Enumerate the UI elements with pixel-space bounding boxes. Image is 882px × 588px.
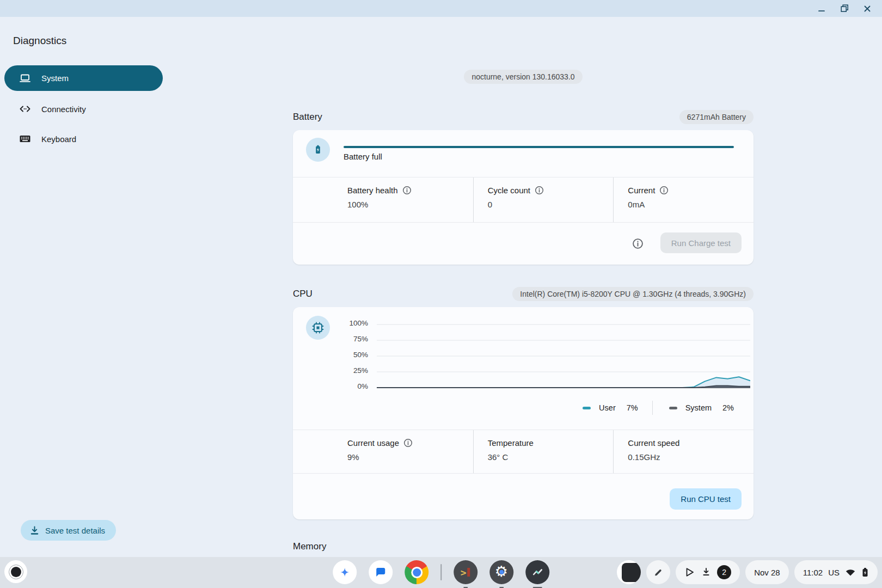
battery-card: Battery full Battery health 100% Cycle c… — [293, 130, 754, 265]
terminal-icon[interactable]: > — [454, 560, 477, 584]
shelf-apps: > ⚙ — [333, 560, 549, 584]
sidebar-item-label: System — [41, 74, 69, 83]
battery-charge-progressbar — [344, 146, 734, 148]
system-legend-value: 2% — [722, 403, 734, 412]
save-test-details-button[interactable]: Save test details — [21, 520, 116, 541]
settings-gear-icon[interactable]: ⚙ — [489, 560, 513, 584]
stat-label: Temperature — [488, 438, 534, 448]
cpu-section-header: CPU Intel(R) Core(TM) i5-8200Y CPU @ 1.3… — [293, 287, 754, 301]
battery-charging-icon — [306, 138, 330, 162]
ytick-0: 0% — [340, 382, 368, 390]
save-button-label: Save test details — [45, 526, 105, 535]
minimize-button[interactable] — [814, 2, 829, 16]
cpu-section-title: CPU — [293, 289, 313, 299]
cpu-model-badge: Intel(R) Core(TM) i5-8200Y CPU @ 1.30GHz… — [512, 287, 754, 301]
download-tray-icon — [701, 567, 712, 578]
battery-health-stat: Battery health 100% — [347, 177, 473, 222]
battery-stats-row: Battery health 100% Cycle count 0 Curren… — [347, 177, 754, 222]
network-icon — [19, 102, 32, 115]
date-label: Nov 28 — [754, 568, 780, 577]
user-legend-value: 7% — [627, 403, 638, 412]
keyboard-icon — [19, 132, 32, 145]
stat-label: Current speed — [628, 438, 679, 448]
board-version-badge: nocturne, version 130.16033.0 — [464, 70, 582, 84]
stat-value: 0 — [488, 200, 614, 209]
stat-label: Current — [628, 186, 655, 195]
stat-value: 36° C — [488, 452, 614, 462]
notification-count-badge: 2 — [717, 565, 731, 579]
info-icon[interactable] — [632, 238, 644, 249]
stat-label: Current usage — [347, 438, 399, 448]
ytick-75: 75% — [340, 335, 368, 343]
cycle-count-stat: Cycle count 0 — [473, 177, 614, 222]
user-legend-swatch — [583, 407, 591, 409]
date-pill[interactable]: Nov 28 — [745, 560, 789, 584]
sidebar-item-system[interactable]: System — [4, 65, 163, 91]
main-content: nocturne, version 130.16033.0 Battery 62… — [293, 17, 754, 557]
stat-value: 9% — [347, 452, 473, 462]
download-icon — [29, 525, 40, 536]
shelf: > ⚙ 2 Nov 28 — [0, 557, 882, 588]
stylus-icon[interactable] — [646, 560, 670, 584]
stat-value: 100% — [347, 200, 473, 209]
battery-charging-tray-icon — [861, 567, 869, 578]
chrome-icon[interactable] — [405, 560, 428, 584]
gemini-icon[interactable] — [333, 560, 357, 584]
stat-label: Battery health — [347, 186, 398, 195]
run-charge-test-button[interactable]: Run Charge test — [660, 232, 742, 253]
memory-section-header: Memory — [293, 541, 754, 552]
info-icon[interactable] — [402, 186, 412, 195]
system-legend-swatch — [669, 407, 677, 409]
restore-button[interactable] — [837, 2, 852, 16]
cpu-card: 100% 75% 50% 25% 0% User 7% System 2% — [293, 307, 754, 519]
page-title: Diagnostics — [13, 35, 66, 47]
sidebar-item-connectivity[interactable]: Connectivity — [4, 97, 163, 121]
ytick-25: 25% — [340, 366, 368, 375]
cpu-usage-chart — [377, 324, 750, 389]
stat-value: 0mA — [628, 200, 754, 209]
shelf-separator — [440, 564, 442, 580]
info-icon[interactable] — [403, 438, 413, 448]
launcher-icon[interactable] — [4, 560, 27, 583]
diagnostics-chart-icon[interactable] — [525, 560, 549, 584]
ytick-50: 50% — [340, 351, 368, 359]
memory-section-title: Memory — [293, 541, 326, 552]
run-cpu-test-button[interactable]: Run CPU test — [670, 488, 742, 510]
app-body: Diagnostics System Connectivity Keyboard — [0, 17, 882, 557]
downloads-tray-pill[interactable]: 2 — [676, 560, 740, 584]
current-stat: Current 0mA — [613, 177, 754, 222]
battery-status-text: Battery full — [344, 152, 382, 161]
messages-icon[interactable] — [369, 560, 393, 584]
titlebar — [0, 0, 882, 17]
screenshot-thumbnail[interactable] — [617, 560, 641, 584]
sidebar: System Connectivity Keyboard — [4, 65, 163, 157]
status-pill[interactable]: 11:02 US — [794, 560, 878, 584]
wifi-icon — [845, 567, 856, 577]
cpu-chip-icon — [306, 316, 330, 340]
info-icon[interactable] — [659, 186, 669, 195]
current-usage-stat: Current usage 9% — [347, 430, 473, 473]
battery-section-header: Battery 6271mAh Battery — [293, 110, 754, 124]
sidebar-item-label: Connectivity — [41, 105, 86, 114]
sidebar-item-keyboard[interactable]: Keyboard — [4, 127, 163, 151]
stat-value: 0.15GHz — [628, 452, 754, 462]
user-legend-label: User — [599, 403, 616, 412]
battery-section-title: Battery — [293, 112, 322, 122]
ime-label: US — [828, 568, 840, 577]
battery-capacity-badge: 6271mAh Battery — [679, 110, 754, 124]
play-store-icon — [684, 567, 695, 578]
temperature-stat: Temperature 36° C — [473, 430, 614, 473]
current-speed-stat: Current speed 0.15GHz — [613, 430, 754, 473]
cpu-stats-row: Current usage 9% Temperature 36° C Curre… — [347, 430, 754, 473]
laptop-icon — [19, 72, 32, 85]
stat-label: Cycle count — [488, 186, 530, 195]
ytick-100: 100% — [340, 319, 368, 327]
sidebar-item-label: Keyboard — [41, 134, 76, 144]
close-icon[interactable] — [860, 2, 874, 16]
system-legend-label: System — [685, 403, 712, 412]
cpu-chart-legend: User 7% System 2% — [583, 400, 734, 416]
status-tray: 2 Nov 28 11:02 US — [617, 560, 878, 584]
diagnostics-app-window: Diagnostics System Connectivity Keyboard — [0, 0, 882, 588]
info-icon[interactable] — [535, 186, 544, 195]
time-label: 11:02 — [803, 568, 823, 577]
